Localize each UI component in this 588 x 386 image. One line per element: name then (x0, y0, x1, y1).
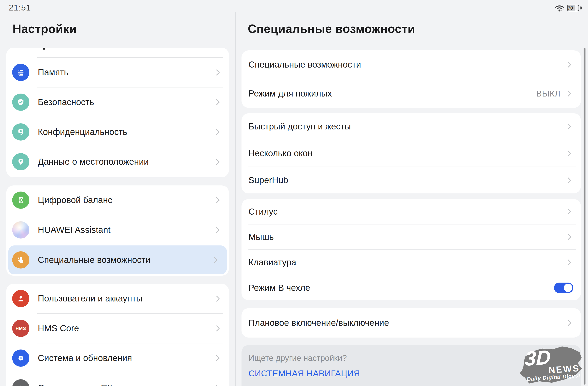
storage-icon (12, 64, 29, 81)
chevron-right-icon (213, 355, 220, 361)
sidebar-title: Настройки (13, 22, 77, 36)
sidebar-item-security[interactable]: Безопасность (6, 87, 229, 117)
sidebar-card-general: Память Безопасность Кон (6, 48, 229, 177)
row-elderly-mode[interactable]: Режим для пожилых ВЫКЛ (242, 79, 581, 108)
chevron-right-icon (565, 320, 571, 326)
row-case-mode[interactable]: Режим В чехле (242, 275, 581, 300)
chevron-right-icon (565, 234, 571, 240)
battery-nub-icon (580, 6, 582, 9)
sidebar-item-location[interactable]: Данные о местоположении (6, 147, 229, 176)
chevron-right-icon (213, 129, 220, 135)
chevron-right-icon (565, 150, 571, 156)
sidebar-item-privacy[interactable]: Конфиденциальность (6, 117, 229, 147)
row-superhub[interactable]: SuperHub (242, 167, 581, 193)
hms-core-icon: HMS (12, 320, 29, 337)
chevron-right-icon (565, 90, 571, 97)
3dnews-watermark: 3D NEWS Daily Digital Digest (518, 344, 583, 386)
sidebar-item-system-updates[interactable]: Система и обновления (6, 343, 229, 373)
row-scheduled-power[interactable]: Плановое включение/выключение (242, 308, 581, 338)
chevron-right-icon (213, 295, 220, 302)
location-pin-icon (12, 153, 29, 170)
row-stylus[interactable]: Стилус (242, 199, 581, 224)
battery-percent: 70 (568, 5, 573, 11)
gear-icon (12, 349, 29, 367)
input-devices-card: Стилус Мышь Клавиатура Режим В чехле (242, 199, 581, 300)
assistant-sphere-icon (12, 221, 29, 238)
chevron-right-icon (213, 227, 220, 233)
privacy-person-icon (12, 123, 29, 141)
chevron-right-icon (565, 123, 571, 130)
chevron-right-icon (565, 177, 571, 183)
wifi-icon (555, 5, 564, 13)
sidebar-item-digital-balance[interactable]: Цифровой баланс (6, 185, 229, 215)
row-multi-window[interactable]: Несколько окон (242, 140, 581, 167)
settings-screen: 21:51 70 Настройки Специальные возможнос… (0, 0, 588, 386)
status-time: 21:51 (9, 3, 31, 12)
sidebar-item-storage[interactable]: Память (6, 58, 229, 87)
sidebar-item-hms-core[interactable]: HMS HMS Core (6, 314, 229, 343)
battery-icon: 70 (567, 5, 579, 11)
scheduled-power-card: Плановое включение/выключение (242, 308, 581, 338)
partial-label-fragment (43, 48, 45, 50)
pane-divider (235, 12, 236, 386)
chevron-right-icon (565, 61, 571, 68)
chevron-right-icon (565, 209, 571, 215)
info-icon (12, 379, 29, 386)
elderly-mode-value: ВЫКЛ (536, 89, 561, 98)
scrollbar-thumb[interactable] (584, 48, 586, 385)
user-icon (12, 290, 29, 307)
watermark-3d-text: 3D (525, 347, 551, 369)
sidebar-item-about-tablet[interactable]: О планшетном ПК (6, 373, 229, 386)
chevron-right-icon (213, 159, 220, 165)
hourglass-icon (12, 192, 29, 209)
sidebar-item-partial-top[interactable] (6, 48, 229, 57)
sidebar-item-huawei-assistant[interactable]: HUAWEI Assistant (6, 215, 229, 245)
chevron-right-icon (213, 325, 220, 331)
chevron-right-icon (213, 385, 220, 386)
divider (37, 245, 223, 245)
sidebar-card-system: Пользователи и аккаунты HMS HMS Core (6, 284, 229, 386)
row-accessibility[interactable]: Специальные возможности (242, 50, 581, 79)
page-title: Специальные возможности (248, 22, 415, 36)
svg-text:HMS: HMS (16, 326, 26, 331)
toggle-knob (564, 284, 572, 292)
chevron-right-icon (565, 259, 571, 266)
sidebar-item-accessibility[interactable]: Специальные возможности (8, 245, 227, 274)
chevron-right-icon (211, 257, 218, 263)
row-keyboard[interactable]: Клавиатура (242, 250, 581, 275)
chevron-right-icon (213, 99, 220, 105)
sidebar-item-users-accounts[interactable]: Пользователи и аккаунты (6, 284, 229, 313)
sidebar-card-assist: Цифровой баланс HUAWEI Assistant Специал… (6, 185, 229, 276)
case-mode-toggle[interactable] (554, 283, 573, 293)
gestures-card: Быстрый доступ и жесты Несколько окон Su… (242, 113, 581, 193)
accessibility-card: Специальные возможности Режим для пожилы… (242, 50, 581, 108)
chevron-right-icon (213, 69, 220, 76)
system-navigation-link[interactable]: СИСТЕМНАЯ НАВИГАЦИЯ (249, 368, 360, 378)
shield-check-icon (12, 94, 29, 111)
touch-hand-icon (12, 251, 29, 269)
row-mouse[interactable]: Мышь (242, 225, 581, 250)
other-settings-hint: Ищете другие настройки? (249, 353, 347, 363)
row-quick-access-gestures[interactable]: Быстрый доступ и жесты (242, 113, 581, 140)
chevron-right-icon (213, 197, 220, 203)
